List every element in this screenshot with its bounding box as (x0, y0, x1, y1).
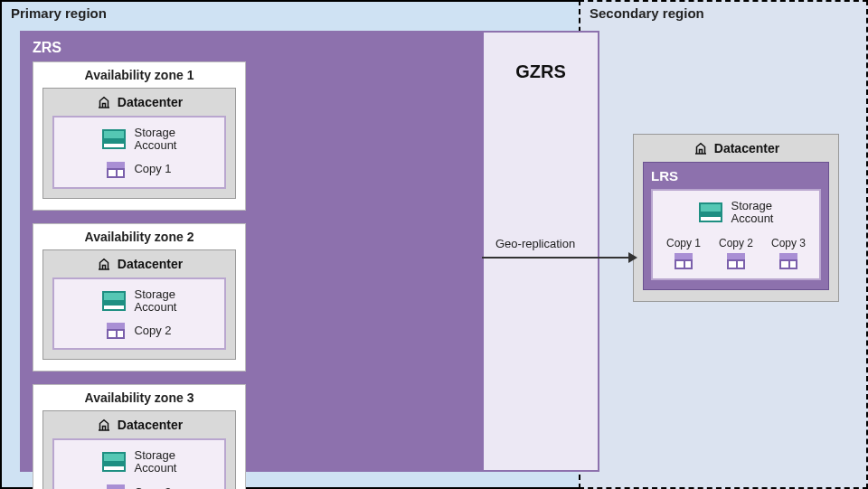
az3-copy-label: Copy 3 (134, 486, 171, 489)
copy-label: Copy 2 (719, 237, 753, 249)
secondary-copy-1: Copy 1 (666, 237, 701, 269)
az2-title: Availability zone 2 (42, 230, 236, 244)
storage-account-icon (699, 202, 722, 222)
secondary-region-label: Secondary region (590, 5, 704, 21)
secondary-copy-2: Copy 2 (719, 237, 753, 269)
copy-label: Copy 3 (771, 237, 806, 249)
az1-dc-label: Datacenter (118, 95, 183, 109)
availability-zone-3: Availability zone 3 Datacenter Storage A… (33, 384, 246, 489)
az2-storage-account: Storage Account Copy 2 (52, 277, 226, 351)
lrs-label: LRS (651, 168, 821, 183)
lrs-box: LRS Storage Account Copy 1 Copy 2 (643, 162, 829, 290)
secondary-sa-label: Storage Account (731, 200, 774, 226)
copy-icon (779, 253, 797, 269)
az1-title: Availability zone 1 (42, 68, 236, 82)
datacenter-icon (96, 417, 112, 433)
availability-zone-2: Availability zone 2 Datacenter Storage A… (33, 223, 246, 372)
secondary-copy-3: Copy 3 (771, 237, 806, 269)
secondary-dc-label: Datacenter (714, 141, 779, 155)
az2-sa-label: Storage Account (135, 288, 177, 315)
arrow-head-icon (628, 252, 637, 263)
datacenter-icon (96, 256, 112, 272)
storage-account-icon (102, 129, 126, 149)
zrs-box: ZRS Availability zone 1 Datacenter (20, 31, 483, 472)
az3-storage-account: Storage Account Copy 3 (52, 438, 226, 489)
primary-region-label: Primary region (11, 5, 107, 21)
secondary-datacenter: Datacenter LRS Storage Account Copy 1 Co… (633, 134, 839, 302)
az1-sa-label: Storage Account (135, 127, 177, 153)
geo-replication-arrow (482, 257, 632, 259)
az2-copy-label: Copy 2 (134, 324, 171, 337)
secondary-copies: Copy 1 Copy 2 Copy 3 (660, 237, 812, 269)
az3-dc-label: Datacenter (118, 418, 183, 432)
gzrs-label: GZRS (515, 61, 566, 82)
availability-zone-grid: Availability zone 1 Datacenter Storage A… (33, 61, 470, 489)
copy-icon (727, 253, 745, 269)
az3-title: Availability zone 3 (42, 390, 236, 405)
az2-datacenter: Datacenter Storage Account Copy 2 (42, 249, 236, 361)
copy-icon (107, 162, 125, 178)
copy-label: Copy 1 (666, 237, 701, 249)
storage-account-icon (102, 452, 126, 472)
az1-copy-label: Copy 1 (134, 163, 171, 175)
diagram-canvas: Primary region Secondary region GZRS ZRS… (0, 0, 868, 489)
gzrs-band: GZRS (482, 31, 599, 472)
copy-icon (675, 253, 693, 269)
geo-replication-label: Geo-replication (495, 237, 575, 250)
az1-storage-account: Storage Account Copy 1 (52, 116, 226, 189)
datacenter-icon (693, 140, 709, 156)
az1-datacenter: Datacenter Storage Account Copy 1 (42, 88, 236, 199)
az2-dc-label: Datacenter (118, 257, 183, 271)
az3-datacenter: Datacenter Storage Account Copy 3 (42, 410, 236, 489)
secondary-storage-account: Storage Account Copy 1 Copy 2 Copy 3 (651, 189, 821, 280)
storage-account-icon (102, 291, 126, 311)
availability-zone-1: Availability zone 1 Datacenter Storage A… (33, 61, 246, 211)
az3-sa-label: Storage Account (135, 449, 177, 475)
copy-icon (107, 323, 125, 339)
copy-icon (107, 484, 125, 489)
zrs-label: ZRS (33, 40, 470, 56)
datacenter-icon (96, 94, 112, 110)
